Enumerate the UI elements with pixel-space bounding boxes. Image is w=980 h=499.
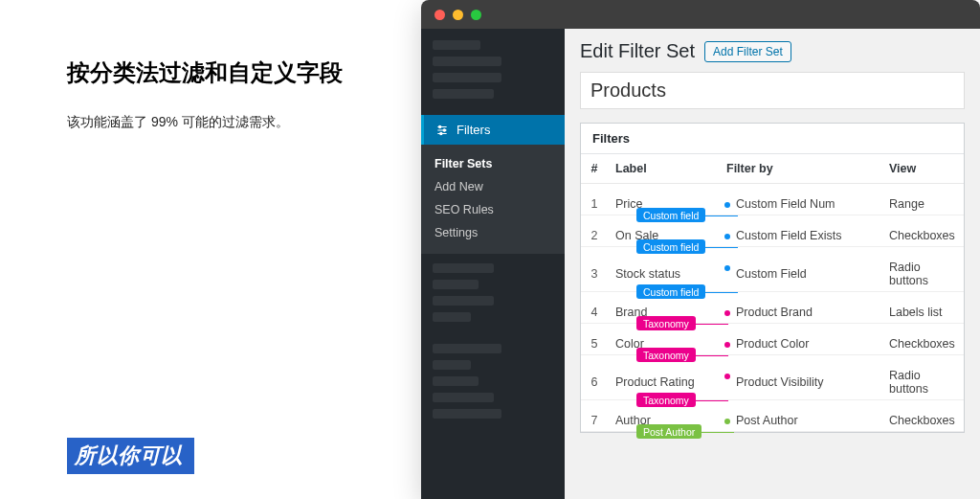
sidebar-sub-seo-rules[interactable]: SEO Rules [421,198,565,221]
row-view: Radio buttons [881,247,964,292]
row-view: Checkboxes [881,324,964,355]
row-view: Range [881,184,964,215]
window-minimize-icon[interactable] [453,10,463,20]
row-num: 4 [581,292,608,324]
source-tag: Post Author [636,424,702,439]
row-filterby: Product Brand [719,292,881,324]
window-titlebar [421,0,980,29]
row-filterby: Post Author [719,400,881,432]
row-view: Checkboxes [881,215,964,247]
sidebar-item-label: Filters [457,123,490,137]
sidebar-sub-settings[interactable]: Settings [421,221,565,244]
set-title-input[interactable]: Products [580,72,965,109]
sidebar-sub-add-new[interactable]: Add New [421,175,565,198]
row-label: PriceCustom field [608,184,719,215]
col-filterby: Filter by [719,154,881,184]
row-num: 2 [581,215,608,247]
bullet-icon [724,342,730,348]
col-label: Label [608,154,719,184]
bullet-icon [724,234,730,239]
row-view: Checkboxes [881,400,964,432]
svg-point-4 [443,128,445,130]
source-tag: Taxonomy [636,316,696,330]
bullet-icon [724,310,730,316]
row-filterby: Custom Field [719,247,881,292]
bullet-icon [724,374,730,379]
row-filterby: Custom Field Num [719,184,881,215]
filters-panel: Filters # Label Filter by View 1PriceCus… [580,123,965,433]
sidebar-sub-filter-sets[interactable]: Filter Sets [421,152,565,175]
section-heading: 按分类法过滤和自定义字段 [67,57,402,88]
add-filter-set-button[interactable]: Add Filter Set [704,41,791,62]
sliders-icon [435,124,449,137]
row-num: 6 [581,355,608,400]
row-filterby: Product Visibility [719,355,881,400]
row-filterby: Product Color [719,324,881,355]
tagline-badge: 所以你可以 [67,438,194,474]
bullet-icon [724,202,730,208]
source-tag: Custom field [636,284,705,299]
page-title: Edit Filter Set [580,40,695,62]
source-tag: Taxonomy [636,393,696,407]
sidebar-placeholder-group [421,263,565,338]
source-tag: Custom field [636,208,705,222]
window-maximize-icon[interactable] [471,10,481,20]
window-close-icon[interactable] [434,10,445,20]
panel-title: Filters [581,124,964,154]
bullet-icon [724,419,730,424]
sidebar-submenu: Filter Sets Add New SEO Rules Settings [421,145,565,254]
row-view: Labels list [881,292,964,324]
bullet-icon [724,265,730,271]
row-num: 1 [581,184,608,215]
source-tag: Taxonomy [636,348,696,362]
svg-point-3 [439,125,441,127]
sidebar-placeholder-group [421,344,565,435]
col-view: View [881,154,964,184]
col-num: # [581,154,608,184]
row-num: 3 [581,247,608,292]
svg-point-5 [440,132,442,134]
section-subtitle: 该功能涵盖了 99% 可能的过滤需求。 [67,111,402,132]
row-num: 7 [581,400,608,432]
browser-window: Filters Filter Sets Add New SEO Rules Se… [421,0,980,499]
row-filterby: Custom Field Exists [719,215,881,247]
sidebar-item-filters[interactable]: Filters [421,115,565,145]
table-row[interactable]: 1PriceCustom fieldCustom Field NumRange [581,184,964,215]
content-area: Edit Filter Set Add Filter Set Products … [565,29,980,499]
sidebar-placeholder-group [421,40,565,115]
source-tag: Custom field [636,239,705,254]
row-view: Radio buttons [881,355,964,400]
admin-sidebar: Filters Filter Sets Add New SEO Rules Se… [421,29,565,499]
row-num: 5 [581,324,608,355]
